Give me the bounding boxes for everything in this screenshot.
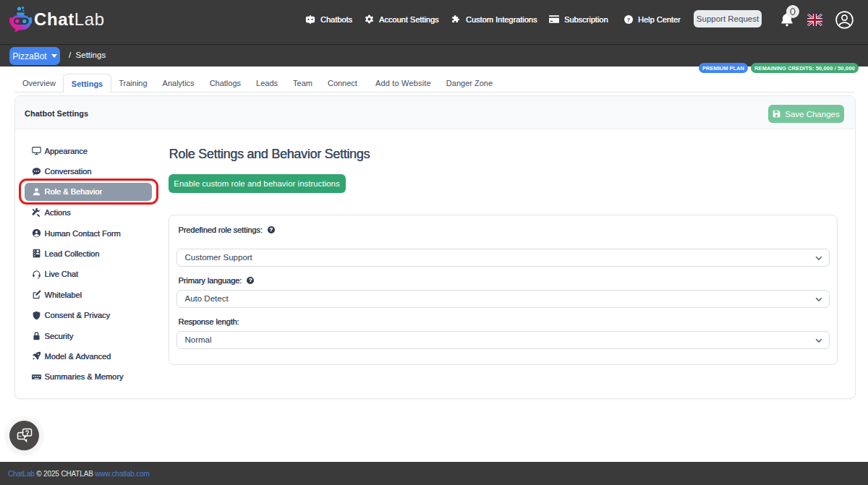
svg-text:?: ? <box>627 16 631 22</box>
